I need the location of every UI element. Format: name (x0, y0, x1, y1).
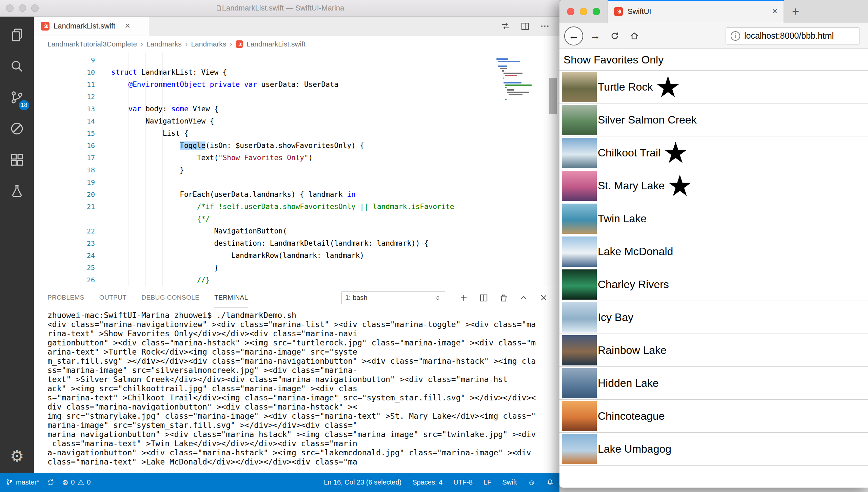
panel-tab-debug-console[interactable]: DEBUG CONSOLE (141, 288, 199, 307)
landmark-name: Charley Rivers (598, 278, 669, 291)
info-icon[interactable]: i (731, 31, 740, 41)
editor-scrollbar[interactable] (549, 78, 557, 114)
indentation-status[interactable]: Spaces: 4 (412, 478, 442, 486)
breadcrumb-item[interactable]: LandmarkList.swift (246, 40, 305, 48)
code-line: 20 ForEach(userData.landmarks) { landmar… (34, 188, 559, 201)
code-line: 18 } (34, 164, 559, 176)
browser-content: Show Favorites Only Turtle Rock★Silver S… (559, 49, 868, 488)
browser-window: SwiftUI × + ← → i localhost:8000/bbb.htm… (559, 0, 868, 488)
minimap-line (496, 58, 508, 60)
minimap-line (504, 77, 504, 79)
landmark-row[interactable]: Silver Salmon Creek (559, 103, 868, 136)
feedback-smiley-icon[interactable]: ☺ (528, 479, 535, 486)
editor-tab[interactable]: LandmarkList.swift × (34, 17, 149, 36)
terminal-line: a-navigationbutton" ><div class="marina-… (47, 448, 559, 457)
explorer-icon[interactable] (0, 19, 34, 51)
landmark-row[interactable]: Hidden Lake (559, 367, 868, 400)
close-panel-icon[interactable] (539, 293, 549, 303)
landmark-row[interactable]: Rainbow Lake (559, 334, 868, 367)
forward-button[interactable]: → (587, 28, 603, 44)
close-button[interactable] (567, 8, 574, 15)
problems-status[interactable]: ⊗ 0 ⚠ 0 (62, 478, 91, 486)
code-line: 9 (34, 54, 559, 66)
reload-button[interactable] (607, 28, 623, 44)
back-button[interactable]: ← (564, 26, 583, 45)
terminal-line: rina-text" >Show Favorites Only</div></d… (47, 329, 559, 338)
vscode-title-bar: LandmarkList.swift — SwiftUI-Marina (0, 0, 559, 17)
new-tab-button[interactable]: + (784, 0, 807, 23)
landmark-row[interactable]: Twin Lake (559, 202, 868, 235)
breadcrumb-item[interactable]: LandmarkTutorial3Complete (47, 40, 137, 48)
split-editor-icon[interactable] (520, 21, 530, 31)
landmark-row[interactable]: Icy Bay (559, 301, 868, 334)
vscode-window: LandmarkList.swift — SwiftUI-Marina 18 (0, 0, 559, 492)
landmark-thumbnail (562, 335, 597, 365)
show-favorites-toggle[interactable]: Show Favorites Only (559, 49, 868, 70)
tab-close-icon[interactable]: × (772, 6, 777, 17)
breadcrumb-item[interactable]: Landmarks (191, 40, 226, 48)
landmark-name: Lake McDonald (598, 245, 673, 258)
chevron-right-icon: › (140, 40, 143, 49)
kill-terminal-icon[interactable] (499, 293, 509, 303)
panel-tab-output[interactable]: OUTPUT (99, 288, 127, 307)
notifications-bell-icon[interactable] (546, 478, 554, 486)
zoom-button[interactable] (31, 4, 39, 12)
terminal-shell-select[interactable]: 1: bash (341, 291, 445, 304)
split-terminal-icon[interactable] (479, 293, 489, 303)
scm-badge: 18 (19, 100, 29, 110)
circle-slash-icon[interactable] (0, 113, 34, 144)
source-control-icon[interactable]: 18 (0, 82, 34, 113)
new-terminal-icon[interactable] (459, 293, 469, 303)
encoding-status[interactable]: UTF-8 (453, 478, 473, 486)
open-changes-icon[interactable] (500, 21, 511, 31)
browser-tab[interactable]: SwiftUI × (608, 0, 784, 23)
favorite-star-icon: ★ (655, 77, 681, 97)
settings-gear-icon[interactable]: ⚙ (0, 444, 34, 468)
language-mode[interactable]: Swift (502, 478, 517, 486)
home-button[interactable] (627, 28, 642, 44)
window-controls (6, 0, 39, 16)
terminal-line: <div class="marina-navigationview" ><div… (47, 320, 559, 329)
code-line: {*/ (34, 213, 559, 225)
landmark-name: Chilkoot Trail (598, 147, 660, 159)
minimize-button[interactable] (19, 4, 26, 12)
address-bar[interactable]: i localhost:8000/bbb.html (726, 27, 860, 44)
more-actions-icon[interactable] (540, 21, 550, 31)
landmark-row[interactable]: St. Mary Lake★ (559, 169, 868, 202)
extensions-icon[interactable] (0, 144, 34, 175)
breadcrumb-item[interactable]: Landmarks (146, 40, 182, 48)
favorite-star-icon: ★ (667, 175, 693, 196)
browser-tab-title: SwiftUI (628, 7, 651, 16)
terminal-line: marina-navigationbutton" ><div class="ma… (47, 430, 559, 439)
test-beaker-icon[interactable] (0, 175, 34, 207)
terminal-output[interactable]: zhuowei-mac:SwiftUI-Marina zhuowei$ ./la… (34, 307, 559, 473)
maximize-panel-icon[interactable] (519, 293, 529, 303)
code-line: 25 } (34, 262, 559, 274)
cursor-position[interactable]: Ln 16, Col 23 (6 selected) (324, 478, 401, 486)
landmark-thumbnail (562, 105, 597, 135)
code-line: 16 Toggle(isOn: $userData.showFavoritesO… (34, 139, 559, 152)
minimize-button[interactable] (580, 8, 587, 15)
eol-status[interactable]: LF (484, 478, 491, 486)
git-branch-status[interactable]: master* (5, 478, 39, 486)
code-editor[interactable]: 910struct LandmarkList: View {11 @Enviro… (34, 53, 559, 288)
landmark-row[interactable]: Chilkoot Trail★ (559, 136, 868, 169)
favorite-star-icon: ★ (663, 143, 689, 163)
landmark-row[interactable]: Turtle Rock★ (559, 71, 868, 103)
tab-close-icon[interactable]: × (125, 21, 130, 31)
code-line: 23 destination: LandmarkDetail(landmark:… (34, 237, 559, 249)
landmark-row[interactable]: Chincoteague (559, 400, 868, 433)
landmark-row[interactable]: Charley Rivers (559, 268, 868, 301)
panel-tab-problems[interactable]: PROBLEMS (47, 288, 84, 307)
terminal-line: m_star.fill.svg" ></div></div><div class… (47, 357, 559, 366)
panel-tab-terminal[interactable]: TERMINAL (214, 288, 248, 307)
activity-bar: 18 ⚙ (0, 17, 34, 473)
search-icon[interactable] (0, 51, 34, 82)
sync-button[interactable] (47, 478, 55, 486)
close-button[interactable] (6, 4, 14, 12)
minimap-line (505, 99, 507, 100)
minimap[interactable] (496, 56, 547, 101)
landmark-row[interactable]: Lake McDonald (559, 235, 868, 268)
landmark-row[interactable]: Lake Umbagog (559, 433, 868, 466)
zoom-button[interactable] (593, 8, 600, 15)
